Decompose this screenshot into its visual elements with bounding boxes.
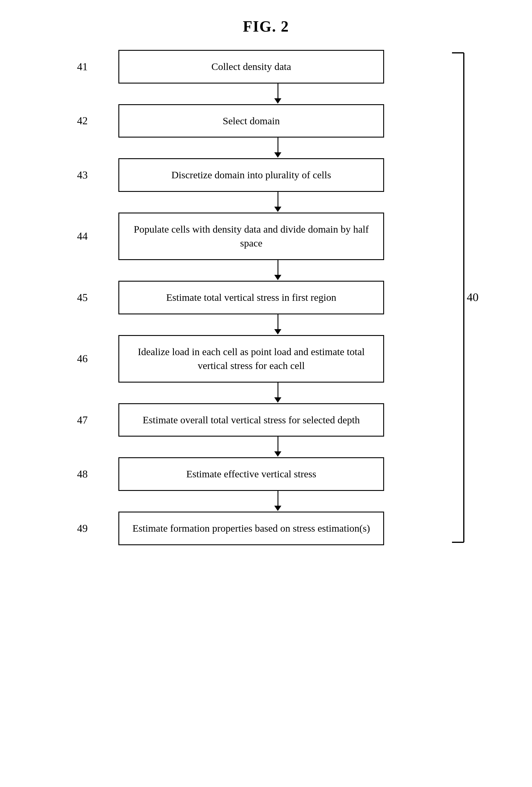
arrow-line (278, 314, 278, 329)
step-box-44: Populate cells with density data and div… (119, 213, 384, 260)
step-row-48: 48Estimate effective vertical stress (59, 457, 437, 491)
step-row-45: 45Estimate total vertical stress in firs… (59, 281, 437, 314)
arrow-4 (145, 314, 411, 335)
arrow-line (278, 137, 278, 152)
arrow-head (274, 506, 281, 511)
arrow-1 (145, 137, 411, 158)
arrow-line (278, 437, 278, 451)
step-number-42: 42 (77, 114, 88, 127)
arrow-line (278, 383, 278, 397)
step-box-49: Estimate formation properties based on s… (119, 512, 384, 545)
step-number-45: 45 (77, 291, 88, 304)
page-title: FIG. 2 (243, 18, 289, 35)
flow-wrapper: 41Collect density data42Select domain43D… (59, 50, 473, 545)
arrow-line (278, 84, 278, 98)
step-number-48: 48 (77, 468, 88, 480)
step-number-44: 44 (77, 230, 88, 242)
arrow-head (274, 275, 281, 280)
arrow-6 (145, 437, 411, 457)
arrow-head (274, 207, 281, 212)
arrow-head (274, 98, 281, 104)
diagram-container: 41Collect density data42Select domain43D… (59, 50, 473, 545)
bracket-label: 40 (467, 290, 478, 304)
arrow-head (274, 451, 281, 457)
step-box-48: Estimate effective vertical stress (119, 457, 384, 491)
arrow-line (278, 260, 278, 275)
step-box-46: Idealize load in each cell as point load… (119, 335, 384, 383)
arrow-3 (145, 260, 411, 281)
arrow-line (278, 491, 278, 506)
step-row-47: 47Estimate overall total vertical stress… (59, 403, 437, 437)
arrow-0 (145, 84, 411, 104)
step-number-46: 46 (77, 353, 88, 365)
arrow-5 (145, 383, 411, 403)
step-box-41: Collect density data (119, 50, 384, 84)
step-number-41: 41 (77, 61, 88, 73)
bracket-svg (446, 50, 470, 545)
arrow-2 (145, 192, 411, 213)
arrow-head (274, 152, 281, 157)
arrow-head (274, 397, 281, 403)
step-row-46: 46Idealize load in each cell as point lo… (59, 335, 437, 383)
step-row-41: 41Collect density data (59, 50, 437, 84)
arrow-line (278, 192, 278, 207)
step-box-45: Estimate total vertical stress in first … (119, 281, 384, 314)
step-number-43: 43 (77, 169, 88, 181)
step-number-47: 47 (77, 414, 88, 426)
step-box-42: Select domain (119, 104, 384, 138)
step-row-44: 44Populate cells with density data and d… (59, 213, 437, 260)
step-box-43: Discretize domain into plurality of cell… (119, 158, 384, 192)
step-row-42: 42Select domain (59, 104, 437, 138)
arrow-7 (145, 491, 411, 512)
arrow-head (274, 329, 281, 335)
step-row-43: 43Discretize domain into plurality of ce… (59, 158, 437, 192)
step-box-47: Estimate overall total vertical stress f… (119, 403, 384, 437)
step-number-49: 49 (77, 522, 88, 535)
step-row-49: 49Estimate formation properties based on… (59, 512, 437, 545)
